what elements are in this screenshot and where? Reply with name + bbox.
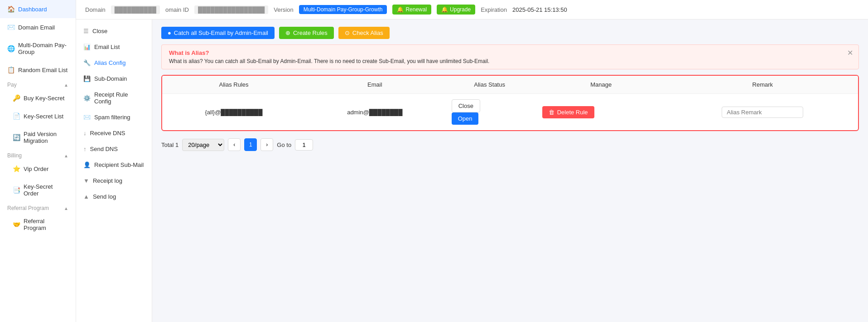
- check-alias-icon: ⊙: [345, 29, 350, 36]
- sub-sidebar-item-sub-domain[interactable]: 💾 Sub-Domain: [76, 71, 152, 87]
- create-rules-label: Create Rules: [293, 29, 328, 36]
- sidebar-label-vip-order: Vip Order: [24, 166, 48, 172]
- sidebar-label-key-secret-order: Key-Secret Order: [24, 183, 68, 197]
- sidebar-item-key-secret-order[interactable]: 📑 Key-Secret Order: [0, 178, 76, 202]
- billing-section[interactable]: Billing ▲: [0, 150, 76, 160]
- sidebar-section-billing-label: Billing: [7, 152, 22, 159]
- sidebar-item-referral-program[interactable]: 🤝 Referral Program: [0, 212, 76, 237]
- catch-all-button[interactable]: ● Catch all Sub-Email by Admin-Email: [161, 27, 275, 39]
- col-manage: Manage: [535, 76, 667, 94]
- sub-sidebar-item-send-log[interactable]: ▲ Send log: [76, 189, 152, 205]
- domain-id-value: ████████████████: [194, 5, 268, 14]
- sub-sidebar-item-receive-dns[interactable]: ↓ Receive DNS: [76, 125, 152, 141]
- sub-sidebar-item-alias-config[interactable]: 🔧 Alias Config: [76, 55, 152, 71]
- check-alias-button[interactable]: ⊙ Check Alias: [338, 27, 390, 39]
- renewal-label: Renewal: [405, 6, 427, 13]
- sidebar-item-key-secret-list[interactable]: 📄 Key-Secret List: [0, 107, 76, 125]
- col-remark: Remark: [667, 76, 858, 94]
- per-page-select[interactable]: 20/page 10/page 50/page 100/page: [182, 139, 224, 151]
- alert-close-button[interactable]: ✕: [847, 49, 853, 57]
- goto-input[interactable]: [295, 139, 313, 151]
- multi-domain-icon: 🌐: [7, 45, 14, 52]
- status-open-button[interactable]: Open: [452, 112, 479, 125]
- sub-sidebar-item-send-dns[interactable]: ↑ Send DNS: [76, 141, 152, 157]
- sub-sidebar-label-receipt-rule: Receipt Rule Config: [94, 91, 145, 105]
- sub-sidebar-item-receipt-rule[interactable]: ⚙️ Receipt Rule Config: [76, 87, 152, 109]
- sidebar-label-multi-domain: Multi-Domain Pay-Group: [18, 42, 68, 55]
- sidebar-label-domain-email: Domain Email: [18, 24, 55, 31]
- spam-icon: ✉️: [83, 114, 91, 121]
- annotation-arrow: [157, 44, 293, 226]
- renewal-icon: 🔔: [397, 6, 404, 13]
- next-page-button[interactable]: ›: [260, 138, 273, 151]
- sub-sidebar-item-close[interactable]: ☰ Close: [76, 23, 152, 39]
- catch-all-label: Catch all Sub-Email by Admin-Email: [174, 29, 268, 36]
- sub-sidebar-item-recipient-sub-mail[interactable]: 👤 Recipient Sub-Mail: [76, 157, 152, 173]
- alias-table-container: Alias Rules Email Alias Status Manage Re…: [161, 75, 859, 131]
- sub-sidebar-label-receipt-log: Receipt log: [93, 177, 122, 184]
- sidebar-item-random-email[interactable]: 📋 Random Email List: [0, 61, 76, 79]
- sidebar-item-vip-order[interactable]: ⭐ Vip Order: [0, 160, 76, 178]
- sidebar-label-referral-program: Referral Program: [24, 218, 68, 231]
- sidebar-item-buy-key-secret[interactable]: 🔑 Buy Key-Secret: [0, 89, 76, 107]
- sub-sidebar-label-close: Close: [92, 28, 107, 34]
- referral-section[interactable]: Referral Program ▲: [0, 202, 76, 212]
- table-row: {all}@██████████ admin@████████ Close Op…: [162, 94, 858, 131]
- receipt-log-icon: ▼: [83, 177, 89, 184]
- sub-sidebar-label-recipient: Recipient Sub-Mail: [94, 161, 144, 168]
- close-status-label: Close: [458, 102, 473, 109]
- version-badge: Multi-Domain Pay-Group-Growth: [299, 5, 387, 14]
- key-secret-order-icon: 📑: [13, 186, 20, 194]
- sub-sidebar-item-receipt-log[interactable]: ▼ Receipt log: [76, 173, 152, 189]
- status-close-button[interactable]: Close: [452, 99, 480, 112]
- sidebar-item-dashboard[interactable]: 🏠 Dashboard: [0, 0, 76, 18]
- close-menu-icon: ☰: [83, 28, 89, 34]
- receipt-rule-icon: ⚙️: [83, 95, 91, 102]
- sidebar-item-paid-version[interactable]: 🔄 Paid Version Migration: [0, 125, 76, 150]
- sidebar-label-buy-key-secret: Buy Key-Secret: [24, 95, 64, 102]
- prev-page-button[interactable]: ‹: [228, 138, 241, 151]
- cell-remark: [667, 94, 858, 131]
- upgrade-button[interactable]: 🔔 Upgrade: [437, 5, 475, 15]
- header-bar: Domain ██████████ omain ID █████████████…: [76, 0, 868, 20]
- random-email-icon: 📋: [7, 66, 14, 73]
- pay-section[interactable]: Pay ▲: [0, 79, 76, 89]
- alias-config-icon: 🔧: [83, 59, 91, 66]
- page-number: 1: [249, 141, 252, 148]
- sub-sidebar-item-email-list[interactable]: 📊 Email List: [76, 39, 152, 55]
- sub-sidebar: ☰ Close 📊 Email List 🔧 Alias Config 💾 Su…: [76, 20, 152, 322]
- cell-alias-rules: {all}@██████████: [162, 94, 305, 131]
- sub-sidebar-label-send-log: Send log: [93, 193, 116, 200]
- sub-sidebar-item-spam[interactable]: ✉️ Spam filtering: [76, 109, 152, 125]
- alert-text: What is alias? You can catch all Sub-Ema…: [169, 58, 851, 64]
- sidebar-label-random-email: Random Email List: [18, 67, 68, 73]
- cell-manage: 🗑 Delete Rule: [535, 94, 667, 131]
- check-alias-label: Check Alias: [352, 29, 383, 36]
- sub-sidebar-label-send-dns: Send DNS: [90, 146, 118, 152]
- col-email: Email: [305, 76, 444, 94]
- sidebar-section-pay-label: Pay: [7, 82, 17, 88]
- vip-order-icon: ⭐: [13, 165, 20, 172]
- goto-label: Go to: [277, 141, 291, 148]
- send-log-icon: ▲: [83, 193, 89, 200]
- referral-chevron-icon: ▲: [64, 206, 68, 211]
- sub-domain-icon: 💾: [83, 75, 91, 82]
- expiration-label: Expiration: [481, 6, 507, 13]
- create-rules-icon: ⊕: [285, 29, 290, 36]
- pagination: Total 1 20/page 10/page 50/page 100/page…: [161, 138, 859, 151]
- sidebar-section-referral-label: Referral Program: [7, 205, 49, 211]
- remark-input[interactable]: [722, 107, 803, 118]
- sidebar-item-domain-email[interactable]: ✉️ Domain Email: [0, 18, 76, 36]
- delete-icon: 🗑: [549, 109, 555, 116]
- renewal-button[interactable]: 🔔 Renewal: [392, 5, 431, 15]
- create-rules-button[interactable]: ⊕ Create Rules: [279, 27, 334, 39]
- delete-rule-button[interactable]: 🗑 Delete Rule: [542, 106, 594, 118]
- cell-email: admin@████████: [305, 94, 444, 131]
- dashboard-icon: 🏠: [7, 5, 14, 13]
- delete-rule-label: Delete Rule: [557, 109, 588, 116]
- page-1-button[interactable]: 1: [244, 138, 257, 151]
- sidebar-label-paid-version: Paid Version Migration: [24, 131, 68, 144]
- sidebar-item-multi-domain[interactable]: 🌐 Multi-Domain Pay-Group: [0, 36, 76, 61]
- col-alias-rules: Alias Rules: [162, 76, 305, 94]
- total-text: Total 1: [161, 141, 178, 148]
